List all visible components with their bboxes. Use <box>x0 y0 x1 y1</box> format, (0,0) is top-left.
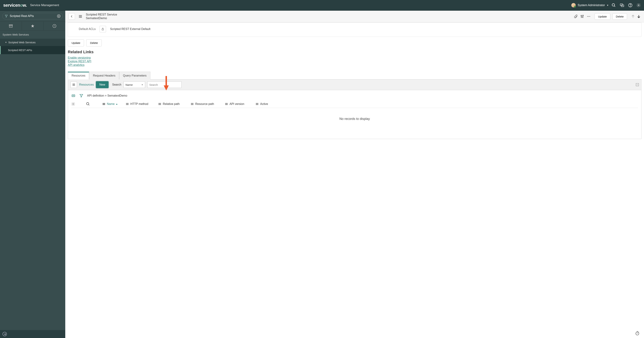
update-button[interactable]: Update <box>68 39 84 46</box>
nav-tab-favorites[interactable] <box>22 22 44 30</box>
no-records-message: No records to display <box>71 108 638 130</box>
list-search-input[interactable] <box>147 81 182 88</box>
related-list-tabs: Resources Request Headers Query Paramete… <box>68 72 642 79</box>
column-relative-path[interactable]: Relative path <box>158 102 184 106</box>
form-header: Scripted REST Service SematextDemo Updat… <box>65 11 644 22</box>
svg-point-6 <box>638 5 639 6</box>
list-title[interactable]: Resources <box>79 83 94 86</box>
link-enable-versioning[interactable]: Enable versioning <box>68 56 91 59</box>
more-icon[interactable] <box>587 15 591 19</box>
column-label: Name <box>107 102 115 106</box>
search-select-value: Name <box>126 83 133 86</box>
filter-input[interactable] <box>10 15 55 18</box>
nav-section[interactable]: System Web Services <box>0 31 65 39</box>
svg-point-34 <box>73 103 74 105</box>
tab-query-parameters[interactable]: Query Parameters <box>119 72 150 79</box>
svg-point-32 <box>73 95 74 96</box>
column-label: Resource path <box>195 102 214 106</box>
clock-icon <box>52 24 56 28</box>
svg-point-35 <box>86 103 89 105</box>
svg-point-33 <box>74 95 74 96</box>
column-label: Active <box>260 102 268 106</box>
main-panel: Scripted REST Service SematextDemo Updat… <box>65 11 644 338</box>
svg-point-5 <box>630 6 630 7</box>
column-label: Relative path <box>163 102 180 106</box>
lock-icon <box>101 28 104 31</box>
svg-point-31 <box>72 95 73 96</box>
caret-down-icon: ▼ <box>607 4 609 6</box>
gear-icon[interactable] <box>636 3 641 8</box>
response-time-icon[interactable] <box>635 331 640 335</box>
form-title: Scripted REST Service SematextDemo <box>86 13 117 20</box>
column-search-icon[interactable] <box>86 102 90 106</box>
column-resource-path[interactable]: Resource path <box>191 102 218 106</box>
sort-asc-icon: ▲ <box>116 103 118 105</box>
link-explore-rest-api[interactable]: Explore REST API <box>68 60 91 63</box>
svg-point-18 <box>582 17 582 18</box>
delete-button[interactable]: Delete <box>86 39 102 46</box>
nav-tab-all[interactable] <box>0 22 22 30</box>
next-record-icon[interactable] <box>637 15 641 19</box>
previous-record-icon[interactable] <box>631 15 635 19</box>
logo-o: o <box>20 3 22 8</box>
chevron-down-icon: ▼ <box>5 41 7 43</box>
column-label: API version <box>230 102 244 106</box>
header-delete-button[interactable]: Delete <box>612 13 627 20</box>
user-name: System Administrator <box>578 4 605 7</box>
attachment-icon[interactable] <box>574 15 578 19</box>
navigator-filter[interactable] <box>2 13 63 19</box>
filter-icon <box>5 15 8 18</box>
nav-tab-history[interactable] <box>44 22 65 30</box>
form-panel: Default ACLs Scripted REST External Defa… <box>68 22 642 37</box>
search-field-select[interactable]: Name <box>124 81 145 88</box>
search-label: Search <box>112 83 121 86</box>
personalize-icon[interactable] <box>580 15 584 19</box>
logo-text: servicen <box>3 3 20 8</box>
navigator-sidebar: System Web Services ▼ Scripted Web Servi… <box>0 11 65 338</box>
nav-group-scripted[interactable]: ▼ Scripted Web Services <box>0 39 65 46</box>
column-http-method[interactable]: HTTP method <box>126 102 151 106</box>
svg-point-22 <box>588 16 589 17</box>
form-title-record: SematextDemo <box>86 17 117 20</box>
help-icon[interactable] <box>628 3 632 8</box>
svg-rect-24 <box>102 29 104 30</box>
star-icon <box>31 24 34 28</box>
breadcrumb-text[interactable]: API definition = SematextDemo <box>87 94 127 97</box>
svg-point-16 <box>581 16 582 16</box>
back-button[interactable] <box>68 13 75 20</box>
filter-icon[interactable] <box>79 94 84 98</box>
app-name: Service Management <box>30 4 59 7</box>
tab-request-headers[interactable]: Request Headers <box>89 72 119 79</box>
svg-line-36 <box>88 105 90 105</box>
search-icon[interactable] <box>612 3 616 8</box>
avatar <box>571 3 576 8</box>
default-acls-value: Scripted REST External Default <box>110 28 150 31</box>
svg-point-23 <box>590 16 590 17</box>
form-menu-button[interactable] <box>77 13 84 20</box>
logo: servicenow. <box>3 3 27 8</box>
personalize-columns-icon[interactable] <box>71 102 75 106</box>
list-menu-button[interactable] <box>70 81 77 88</box>
column-name[interactable]: Name ▲ <box>102 102 119 106</box>
link-api-analytics[interactable]: API analytics <box>68 63 84 67</box>
clear-filter-icon[interactable] <box>57 14 60 18</box>
tab-resources[interactable]: Resources <box>68 72 89 79</box>
archive-icon <box>9 24 13 28</box>
sidebar-footer: ◀ <box>0 330 65 338</box>
collapse-navigator-button[interactable]: ◀ <box>2 332 7 336</box>
logo-suffix: w. <box>23 3 27 8</box>
collapse-list-icon[interactable] <box>636 83 639 86</box>
svg-point-21 <box>587 16 588 17</box>
unlock-acls-button[interactable] <box>100 26 106 32</box>
discuss-icon[interactable] <box>620 3 624 8</box>
activity-stream-icon[interactable] <box>71 94 76 98</box>
column-active[interactable]: Active <box>256 102 268 106</box>
user-menu[interactable]: System Administrator ▼ <box>571 3 609 8</box>
header-update-button[interactable]: Update <box>594 13 610 20</box>
column-label: HTTP method <box>130 102 148 106</box>
svg-line-1 <box>614 6 615 7</box>
default-acls-label: Default ACLs <box>79 28 96 31</box>
new-button[interactable]: New <box>96 81 108 88</box>
column-api-version[interactable]: API version <box>225 102 248 106</box>
nav-item-scripted-rest-apis[interactable]: Scripted REST APIs <box>0 46 65 54</box>
